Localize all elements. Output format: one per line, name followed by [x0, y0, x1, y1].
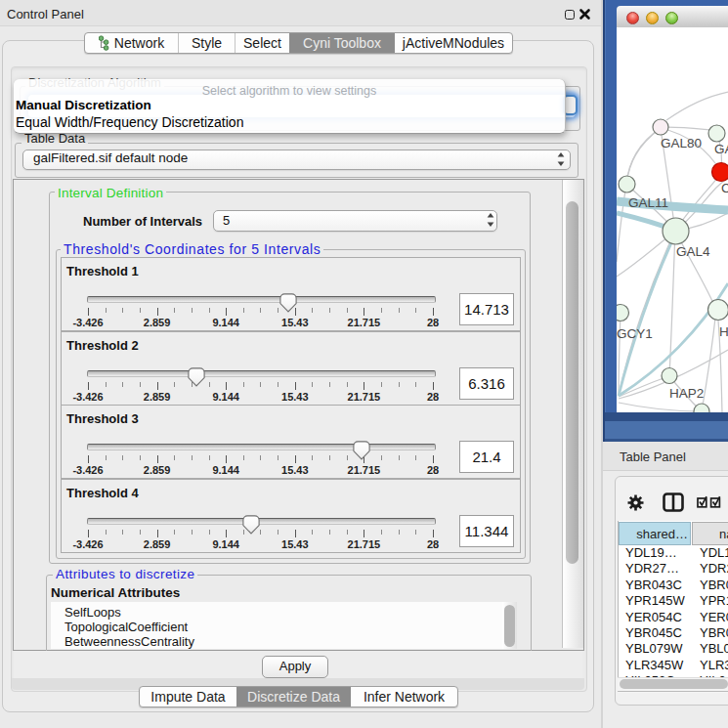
svg-text:C: C	[721, 181, 728, 195]
svg-text:HAP2: HAP2	[669, 386, 704, 401]
svg-text:GCY1: GCY1	[617, 326, 653, 341]
svg-text:GAL80: GAL80	[661, 136, 702, 150]
svg-text:H: H	[719, 324, 728, 339]
svg-text:GAL11: GAL11	[628, 195, 668, 210]
svg-text:GA: GA	[714, 142, 728, 156]
svg-text:GAL4: GAL4	[676, 244, 710, 259]
